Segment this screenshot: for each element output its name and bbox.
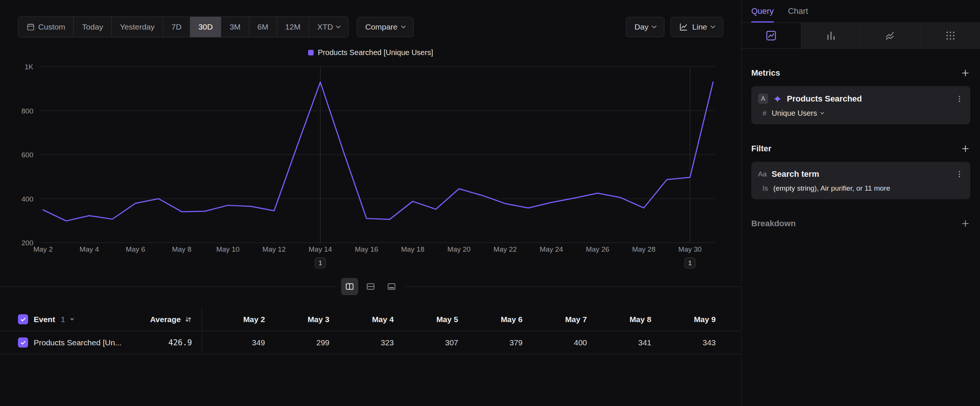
- y-axis-label: 600: [21, 151, 33, 159]
- range-button-30d[interactable]: 30D: [190, 17, 222, 37]
- granularity-button[interactable]: Day: [626, 17, 665, 37]
- select-all-checkbox[interactable]: [18, 314, 28, 324]
- table-column-header[interactable]: May 7: [524, 315, 589, 324]
- stacked-chart-icon: [885, 30, 896, 41]
- tile-metric-grid[interactable]: [921, 23, 980, 48]
- x-axis-label: May 8: [172, 245, 191, 253]
- event-header-label: Event: [34, 315, 55, 324]
- event-header-cell: Event 1: [0, 308, 142, 331]
- range-button-xtd[interactable]: XTD: [309, 17, 348, 37]
- tile-line-chart[interactable]: [741, 23, 801, 48]
- line-chart-icon: [679, 22, 688, 32]
- bar-chart-icon: [826, 30, 837, 41]
- table-body: Products Searched [Un...426.934929932330…: [0, 331, 741, 354]
- check-icon: [20, 317, 26, 322]
- table-column-header[interactable]: May 8: [589, 315, 653, 324]
- line-series: [43, 82, 713, 221]
- sort-button[interactable]: [185, 316, 192, 323]
- metric-measure-row: # Unique Users: [762, 109, 964, 118]
- table-column-header[interactable]: May 9: [653, 315, 717, 324]
- filter-condition-row: Is (empty string), Air purifier, or 11 m…: [762, 184, 964, 193]
- metric-menu-button[interactable]: [955, 95, 964, 103]
- row-checkbox[interactable]: [18, 338, 28, 347]
- event-name-cell: Products Searched [Un...: [0, 331, 142, 354]
- table-column-header[interactable]: May 3: [267, 315, 331, 324]
- table-column-header[interactable]: May 5: [395, 315, 460, 324]
- breakdown-title: Breakdown: [751, 219, 796, 228]
- range-label: Yesterday: [120, 22, 154, 32]
- average-value: 426.9: [169, 338, 192, 347]
- metric-name: Products Searched: [787, 94, 862, 104]
- chevron-down-icon: [711, 24, 715, 29]
- table-cell-value: 379: [460, 338, 524, 347]
- range-label: 7D: [172, 22, 181, 32]
- table-column-header[interactable]: May 4: [331, 315, 395, 324]
- tile-bar-chart[interactable]: [801, 23, 861, 48]
- tab-chart[interactable]: Chart: [788, 0, 808, 22]
- y-axis-label: 400: [21, 195, 33, 203]
- range-button-3m[interactable]: 3M: [221, 17, 249, 37]
- chevron-down-icon: [401, 24, 406, 29]
- range-button-today[interactable]: Today: [74, 17, 111, 37]
- measure-selector[interactable]: Unique Users: [772, 109, 824, 118]
- average-header-cell: Average: [142, 308, 202, 331]
- metrics-title: Metrics: [751, 68, 780, 78]
- x-axis-label: May 10: [216, 245, 240, 253]
- table-cell-value: 343: [653, 338, 717, 347]
- granularity-label: Day: [635, 22, 648, 32]
- add-breakdown-button[interactable]: [961, 219, 970, 228]
- chart-type-button[interactable]: Line: [670, 17, 723, 37]
- number-icon: #: [762, 109, 767, 118]
- x-axis-label: May 6: [126, 245, 145, 253]
- add-filter-button[interactable]: [961, 144, 970, 154]
- split-view-icon: [345, 282, 355, 291]
- range-button-custom[interactable]: Custom: [18, 17, 74, 37]
- filter-property-name: Search term: [772, 169, 819, 179]
- table-column-header[interactable]: May 6: [460, 315, 524, 324]
- filter-value[interactable]: (empty string), Air purifier, or 11 more: [773, 184, 890, 193]
- layout-chart-focus-button[interactable]: [362, 278, 379, 295]
- x-axis-label: May 18: [401, 245, 424, 253]
- filter-card[interactable]: Aa Search term Is (empty string), Air pu…: [751, 162, 970, 199]
- chevron-down-icon[interactable]: [70, 317, 74, 320]
- filter-operator: Is: [762, 184, 768, 193]
- plus-icon: [961, 144, 970, 154]
- legend-swatch: [308, 50, 314, 56]
- filter-section-header: Filter: [751, 144, 970, 154]
- event-name[interactable]: Products Searched [Un...: [34, 338, 122, 347]
- check-icon: [20, 340, 26, 346]
- kebab-icon: [955, 170, 964, 178]
- table-cell-value: 323: [331, 338, 395, 347]
- range-button-yesterday[interactable]: Yesterday: [111, 17, 163, 37]
- x-axis-label: May 16: [355, 245, 378, 253]
- add-metric-button[interactable]: [961, 68, 970, 78]
- range-button-12m[interactable]: 12M: [277, 17, 309, 37]
- query-sidebar: Query Chart Metrics A Products Searc: [741, 0, 980, 406]
- tab-query[interactable]: Query: [751, 0, 774, 22]
- tile-stacked-chart[interactable]: [861, 23, 921, 48]
- y-axis-label: 800: [21, 107, 33, 115]
- compare-button[interactable]: Compare: [357, 17, 414, 37]
- filter-card-row: Aa Search term: [758, 169, 964, 179]
- filter-menu-button[interactable]: [955, 170, 964, 178]
- y-axis-label: 1K: [25, 63, 34, 71]
- range-label: 6M: [258, 22, 268, 32]
- sidebar-content: Metrics A Products Searched # Unique Use…: [741, 68, 980, 228]
- layout-table-focus-button[interactable]: [383, 278, 400, 295]
- sidebar-tabs: Query Chart: [741, 0, 980, 22]
- average-cell: 426.9: [142, 331, 202, 354]
- annotation-badge-label: 1: [318, 260, 322, 267]
- metric-card[interactable]: A Products Searched # Unique Users: [751, 86, 970, 124]
- main-panel: CustomTodayYesterday7D30D3M6M12MXTD Comp…: [0, 0, 741, 406]
- range-button-7d[interactable]: 7D: [163, 17, 190, 37]
- chevron-down-icon: [652, 24, 657, 29]
- table-header-row: Event 1 Average May 2May 3May 4May 5May …: [0, 308, 741, 331]
- table-column-header[interactable]: May 2: [202, 315, 267, 324]
- layout-split-view-button[interactable]: [341, 278, 358, 295]
- x-axis-label: May 30: [678, 245, 702, 253]
- chevron-down-icon: [820, 110, 824, 114]
- date-range-group: CustomTodayYesterday7D30D3M6M12MXTD: [18, 16, 348, 37]
- annotation-badge-label: 1: [688, 260, 692, 267]
- range-button-6m[interactable]: 6M: [249, 17, 277, 37]
- metrics-section-header: Metrics: [751, 68, 970, 78]
